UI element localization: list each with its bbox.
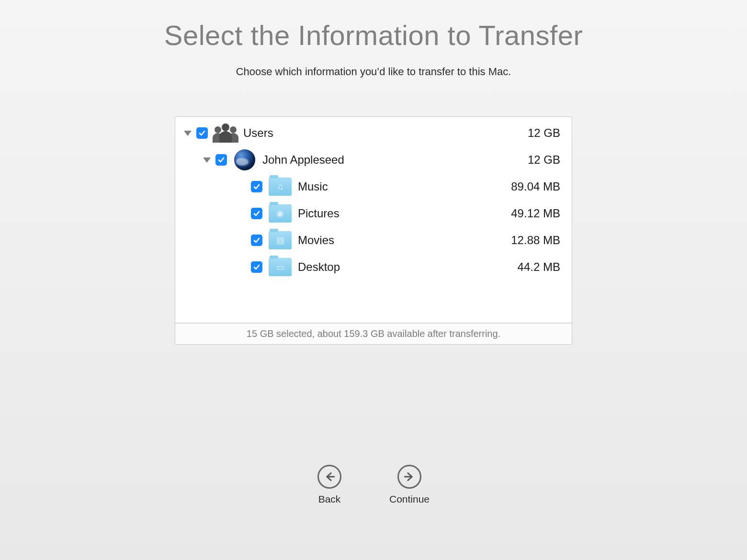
music-folder-icon: ♫ [267, 176, 293, 197]
desktop-folder-icon: ▭ [267, 257, 293, 278]
checkbox[interactable] [251, 235, 262, 246]
checkbox[interactable] [251, 261, 262, 273]
tree-size: 12 GB [528, 153, 563, 167]
tree-label: Music [298, 180, 328, 193]
disclosure-triangle-icon[interactable] [203, 157, 211, 163]
tree-label: Users [243, 126, 273, 140]
checkbox[interactable] [196, 127, 208, 139]
page-title: Select the Information to Transfer [164, 19, 583, 51]
transfer-tree: Users 12 GB John Appleseed 12 GB ♫ Music… [175, 117, 572, 323]
checkbox[interactable] [251, 181, 262, 192]
checkbox[interactable] [215, 154, 227, 166]
back-label: Back [318, 493, 341, 505]
tree-size: 49.12 MB [511, 207, 563, 220]
nav-buttons: Back Continue [317, 465, 430, 505]
tree-label: John Appleseed [262, 153, 344, 167]
tree-size: 12 GB [528, 126, 563, 140]
tree-row-user[interactable]: John Appleseed 12 GB [180, 146, 567, 173]
tree-label: Desktop [298, 260, 340, 274]
tree-size: 44.2 MB [518, 260, 563, 274]
movies-folder-icon: ▤ [267, 230, 293, 251]
disclosure-triangle-icon[interactable] [184, 131, 192, 136]
tree-label: Pictures [298, 207, 340, 220]
back-button[interactable]: Back [317, 465, 341, 505]
arrow-left-icon [317, 465, 341, 489]
tree-row-users[interactable]: Users 12 GB [180, 120, 567, 146]
tree-label: Movies [298, 234, 334, 247]
checkbox[interactable] [251, 208, 262, 219]
arrow-right-icon [397, 465, 421, 489]
pictures-folder-icon: ◉ [267, 203, 293, 224]
continue-button[interactable]: Continue [389, 465, 430, 505]
tree-row-desktop[interactable]: ▭ Desktop 44.2 MB [180, 254, 567, 280]
users-icon [213, 123, 238, 144]
tree-row-movies[interactable]: ▤ Movies 12.88 MB [180, 227, 567, 254]
transfer-panel: Users 12 GB John Appleseed 12 GB ♫ Music… [175, 116, 572, 345]
globe-icon [232, 149, 258, 170]
status-bar: 15 GB selected, about 159.3 GB available… [175, 323, 572, 344]
tree-row-music[interactable]: ♫ Music 89.04 MB [180, 173, 567, 200]
tree-size: 89.04 MB [511, 180, 563, 193]
tree-row-pictures[interactable]: ◉ Pictures 49.12 MB [180, 200, 567, 227]
tree-size: 12.88 MB [511, 234, 563, 247]
continue-label: Continue [389, 493, 430, 505]
page-subtitle: Choose which information you’d like to t… [236, 66, 511, 78]
